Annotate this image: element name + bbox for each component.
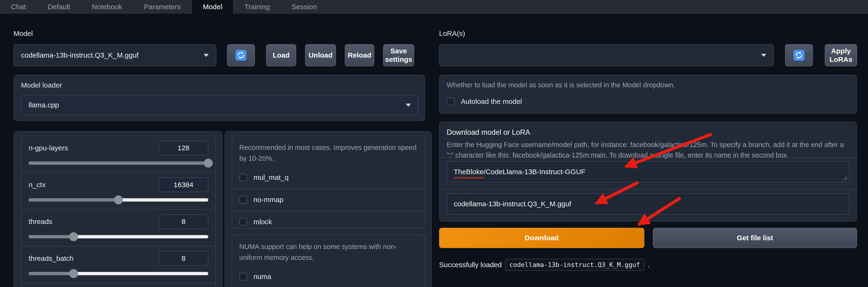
download-description: Enter the Hugging Face username/model pa… xyxy=(447,140,849,160)
flags-form-1: Recommended in most cases. Improves gene… xyxy=(232,136,425,228)
slider-handle[interactable] xyxy=(69,269,78,278)
slider-row-partial xyxy=(22,283,215,287)
autoload-box: Whether to load the model as soon as it … xyxy=(439,75,857,114)
n-gpu-layers-slider[interactable] xyxy=(29,162,208,165)
repo-owner-text: TheBloke xyxy=(454,168,484,176)
model-loader-label: Model loader xyxy=(21,81,62,89)
threads-number-input[interactable]: 8 xyxy=(159,214,208,229)
checkbox-icon xyxy=(447,98,455,106)
checkbox-no-mmap[interactable]: no-mmap xyxy=(232,189,425,211)
model-dropdown[interactable]: codellama-13b-instruct.Q3_K_M.gguf xyxy=(13,44,216,66)
checkbox-mlock[interactable]: mlock xyxy=(232,211,425,228)
lora-dropdown[interactable] xyxy=(439,44,774,66)
slider-label: threads xyxy=(29,218,52,226)
apply-loras-button[interactable]: Apply LoRAs xyxy=(825,44,857,66)
slider-label: n-gpu-layers xyxy=(29,144,68,152)
mul-mat-q-description: Recommended in most cases. Improves gene… xyxy=(232,136,425,167)
n-gpu-layers-number-input[interactable]: 128 xyxy=(159,141,208,155)
get-file-list-button[interactable]: Get file list xyxy=(653,228,857,248)
main-tabbar: Chat Default Notebook Parameters Model T… xyxy=(0,0,868,14)
load-button[interactable]: Load xyxy=(266,44,296,66)
checkbox-autoload[interactable]: Autoload the model xyxy=(439,92,529,111)
checkbox-icon xyxy=(239,196,247,204)
tab-default[interactable]: Default xyxy=(37,0,81,14)
chevron-down-icon xyxy=(204,54,209,57)
tab-notebook[interactable]: Notebook xyxy=(81,0,133,14)
refresh-icon xyxy=(794,50,804,61)
download-title: Download model or LoRA xyxy=(447,128,530,137)
slider-handle[interactable] xyxy=(204,158,213,168)
download-filename-input[interactable]: codellama-13b-instruct.Q3_K_M.gguf xyxy=(447,193,849,215)
model-loader-value: llama.cpp xyxy=(29,101,59,109)
autoload-description: Whether to load the model as soon as it … xyxy=(447,81,675,89)
tab-training[interactable]: Training xyxy=(234,0,281,14)
model-label: Model xyxy=(13,30,33,38)
unload-button[interactable]: Unload xyxy=(305,44,336,66)
slider-row-n-gpu-layers: n-gpu-layers 128 xyxy=(22,136,215,172)
sliders-form: n-gpu-layers 128 n_ctx 16384 threads 8 xyxy=(21,136,216,287)
flags-form-2: NUMA support can help on some systems wi… xyxy=(232,235,425,287)
reload-button[interactable]: Reload xyxy=(345,44,374,66)
refresh-loras-button[interactable] xyxy=(785,44,813,66)
tab-model[interactable]: Model xyxy=(191,0,234,14)
model-dropdown-value: codellama-13b-instruct.Q3_K_M.gguf xyxy=(21,51,138,59)
numa-description: NUMA support can help on some systems wi… xyxy=(232,235,425,266)
refresh-icon xyxy=(236,50,246,61)
tab-chat[interactable]: Chat xyxy=(0,0,37,14)
save-settings-button[interactable]: Save settings xyxy=(383,44,414,66)
chevron-down-icon xyxy=(761,54,766,57)
threads-batch-slider[interactable] xyxy=(29,272,208,275)
tab-parameters[interactable]: Parameters xyxy=(133,0,191,14)
llamacpp-params-panel: n-gpu-layers 128 n_ctx 16384 threads 8 xyxy=(13,131,222,287)
status-message: Successfully loaded codellama-13b-instru… xyxy=(439,259,650,271)
download-box: Download model or LoRA Enter the Hugging… xyxy=(439,121,857,222)
download-repo-input[interactable]: TheBloke/CodeLlama-13B-Instruct-GGUF xyxy=(447,161,849,182)
checkbox-icon xyxy=(239,273,247,281)
chevron-down-icon xyxy=(406,104,411,107)
checkbox-icon xyxy=(239,218,247,226)
slider-handle[interactable] xyxy=(69,232,78,241)
model-loader-box: Model loader llama.cpp xyxy=(13,75,425,121)
llamacpp-flags-panel: Recommended in most cases. Improves gene… xyxy=(225,131,432,287)
checkbox-numa[interactable]: numa xyxy=(232,266,425,287)
threads-slider[interactable] xyxy=(29,235,208,238)
slider-label: n_ctx xyxy=(29,181,45,189)
threads-batch-number-input[interactable]: 8 xyxy=(159,251,208,266)
slider-handle[interactable] xyxy=(114,195,123,204)
refresh-models-button[interactable] xyxy=(227,44,255,66)
slider-row-threads: threads 8 xyxy=(22,210,215,246)
filename-text: codellama-13b-instruct.Q3_K_M.gguf xyxy=(454,200,571,208)
n-ctx-slider[interactable] xyxy=(29,198,208,202)
divider xyxy=(439,189,857,189)
n-ctx-number-input[interactable]: 16384 xyxy=(159,178,208,192)
download-button[interactable]: Download xyxy=(439,228,644,248)
status-suffix: . xyxy=(648,261,650,269)
checkbox-icon xyxy=(239,174,247,181)
slider-label: threads_batch xyxy=(29,254,73,262)
divider xyxy=(439,157,857,158)
slider-row-threads-batch: threads_batch 8 xyxy=(22,246,215,283)
repo-rest-text: /CodeLlama-13B-Instruct-GGUF xyxy=(484,168,585,176)
status-prefix: Successfully loaded xyxy=(439,261,502,269)
status-model-code: codellama-13b-instruct.Q3_K_M.gguf xyxy=(505,259,644,271)
resize-handle[interactable] xyxy=(842,175,847,180)
checkbox-mul-mat-q[interactable]: mul_mat_q xyxy=(232,167,425,188)
lora-label: LoRA(s) xyxy=(439,30,465,38)
model-loader-dropdown[interactable]: llama.cpp xyxy=(21,95,418,115)
tab-session[interactable]: Session xyxy=(281,0,328,14)
slider-row-n-ctx: n_ctx 16384 xyxy=(22,173,215,209)
